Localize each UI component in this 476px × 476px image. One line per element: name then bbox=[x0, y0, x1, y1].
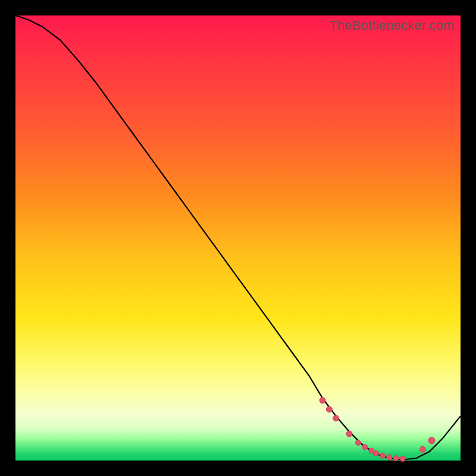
highlight-dot bbox=[346, 431, 352, 437]
plot-area: TheBottlenecker.com bbox=[15, 15, 461, 461]
highlight-dot bbox=[320, 397, 325, 403]
highlight-dot bbox=[387, 455, 392, 460]
chart-frame: TheBottlenecker.com bbox=[0, 0, 476, 476]
bottleneck-curve bbox=[15, 15, 461, 460]
highlight-dots-group bbox=[320, 397, 435, 461]
highlight-dot bbox=[326, 406, 332, 412]
highlight-dot bbox=[333, 415, 339, 421]
highlight-dot bbox=[400, 456, 405, 462]
highlight-dot bbox=[355, 440, 361, 446]
chart-overlay bbox=[15, 15, 461, 461]
highlight-dot bbox=[362, 444, 368, 450]
highlight-dot bbox=[373, 451, 378, 456]
highlight-dot bbox=[419, 446, 425, 452]
highlight-dot bbox=[428, 437, 435, 444]
highlight-dot bbox=[380, 453, 386, 458]
highlight-dot bbox=[393, 456, 399, 461]
